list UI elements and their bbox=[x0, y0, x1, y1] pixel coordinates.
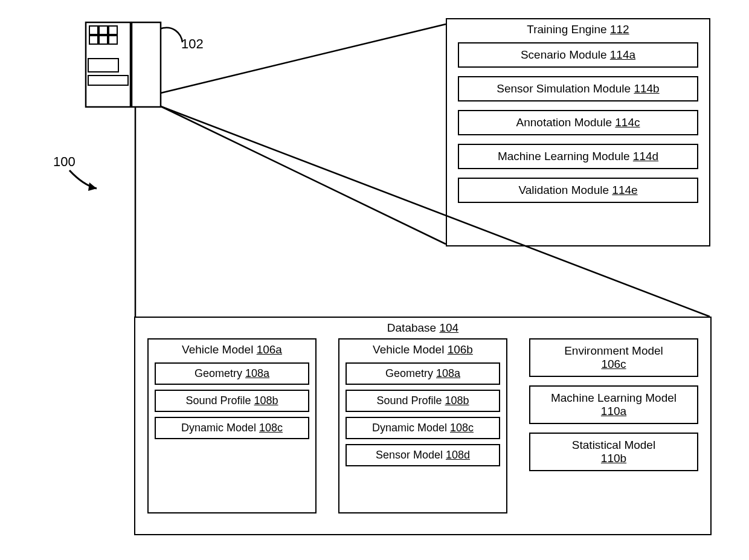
svg-marker-4 bbox=[88, 182, 97, 191]
svg-rect-5 bbox=[132, 22, 161, 107]
item-ref: 108d bbox=[446, 449, 470, 461]
module-ref: 114b bbox=[634, 82, 659, 95]
vehicle-a-title-text: Vehicle Model bbox=[182, 343, 253, 356]
module-sensor-sim: Sensor Simulation Module 114b bbox=[458, 76, 698, 101]
vehicle-a-items: Geometry 108a Sound Profile 108b Dynamic… bbox=[149, 359, 315, 445]
database-title: Database 104 bbox=[135, 318, 710, 335]
module-validation: Validation Module 114e bbox=[458, 178, 698, 203]
module-label: Validation Module bbox=[518, 184, 609, 196]
training-engine-title-text: Training Engine bbox=[527, 23, 606, 36]
item-label: Geometry bbox=[385, 367, 433, 379]
module-annotation: Annotation Module 114c bbox=[458, 110, 698, 135]
vehicle-b-sound: Sound Profile 108b bbox=[346, 390, 500, 412]
item-ref: 108a bbox=[436, 367, 460, 379]
vehicle-model-b: Vehicle Model 106b Geometry 108a Sound P… bbox=[338, 338, 507, 513]
module-ref: 114c bbox=[615, 116, 640, 129]
module-label: Annotation Module bbox=[516, 116, 612, 129]
vehicle-b-geometry: Geometry 108a bbox=[346, 362, 500, 385]
item-label: Sound Profile bbox=[185, 394, 251, 407]
module-ref: 114a bbox=[610, 48, 635, 61]
item-ref: 108b bbox=[445, 394, 469, 407]
training-engine-ref: 112 bbox=[610, 23, 629, 36]
vehicle-a-dynamic: Dynamic Model 108c bbox=[155, 417, 309, 439]
vehicle-a-sound: Sound Profile 108b bbox=[155, 390, 309, 412]
training-engine-modules: Scenario Module 114a Sensor Simulation M… bbox=[447, 36, 709, 213]
vehicle-b-title: Vehicle Model 106b bbox=[339, 340, 506, 359]
computer-icon bbox=[85, 21, 163, 109]
stack-label: Machine Learning Model bbox=[534, 391, 693, 405]
module-ref: 114d bbox=[633, 150, 658, 163]
vehicle-b-title-text: Vehicle Model bbox=[373, 343, 444, 356]
database-col3: Environment Model 106c Machine Learning … bbox=[529, 338, 698, 513]
environment-model: Environment Model 106c bbox=[529, 338, 698, 377]
svg-rect-11 bbox=[99, 36, 108, 44]
item-label: Dynamic Model bbox=[372, 422, 447, 434]
svg-rect-14 bbox=[88, 76, 128, 85]
svg-rect-10 bbox=[89, 36, 98, 44]
stack-label: Environment Model bbox=[534, 344, 693, 358]
svg-rect-7 bbox=[89, 26, 98, 34]
item-label: Dynamic Model bbox=[181, 422, 256, 434]
item-ref: 108b bbox=[254, 394, 278, 407]
stack-label: Statistical Model bbox=[534, 439, 693, 452]
svg-rect-13 bbox=[88, 59, 118, 72]
ml-model: Machine Learning Model 110a bbox=[529, 385, 698, 424]
vehicle-b-dynamic: Dynamic Model 108c bbox=[346, 417, 500, 439]
module-label: Sensor Simulation Module bbox=[497, 82, 631, 95]
statistical-model: Statistical Model 110b bbox=[529, 433, 698, 471]
item-ref: 108c bbox=[259, 422, 283, 434]
module-ml: Machine Learning Module 114d bbox=[458, 144, 698, 169]
computer-ref-102: 102 bbox=[181, 36, 204, 52]
database-columns: Vehicle Model 106a Geometry 108a Sound P… bbox=[135, 335, 710, 523]
vehicle-a-title: Vehicle Model 106a bbox=[149, 340, 315, 359]
svg-rect-9 bbox=[109, 26, 117, 34]
svg-rect-12 bbox=[109, 36, 117, 44]
database-title-text: Database bbox=[387, 321, 436, 334]
stack-ref: 106c bbox=[534, 358, 693, 371]
vehicle-model-a: Vehicle Model 106a Geometry 108a Sound P… bbox=[147, 338, 317, 513]
vehicle-a-ref: 106a bbox=[257, 343, 282, 356]
item-ref: 108c bbox=[450, 422, 474, 434]
item-label: Sensor Model bbox=[376, 449, 443, 461]
stack-ref: 110b bbox=[534, 452, 693, 465]
training-engine-title: Training Engine 112 bbox=[447, 19, 709, 36]
vehicle-a-geometry: Geometry 108a bbox=[155, 362, 309, 385]
module-ref: 114e bbox=[612, 184, 637, 196]
svg-rect-8 bbox=[99, 26, 108, 34]
database-ref: 104 bbox=[439, 321, 458, 334]
svg-line-1 bbox=[161, 106, 446, 244]
module-label: Machine Learning Module bbox=[498, 150, 630, 163]
stack-ref: 110a bbox=[534, 405, 693, 418]
module-scenario: Scenario Module 114a bbox=[458, 42, 698, 68]
vehicle-b-items: Geometry 108a Sound Profile 108b Dynamic… bbox=[339, 359, 506, 472]
module-label: Scenario Module bbox=[521, 48, 607, 61]
svg-line-0 bbox=[161, 24, 446, 93]
item-label: Sound Profile bbox=[376, 394, 442, 407]
item-label: Geometry bbox=[194, 367, 242, 379]
database-box: Database 104 Vehicle Model 106a Geometry… bbox=[134, 317, 712, 535]
item-ref: 108a bbox=[245, 367, 269, 379]
training-engine-box: Training Engine 112 Scenario Module 114a… bbox=[446, 18, 710, 246]
vehicle-b-ref: 106b bbox=[448, 343, 473, 356]
diagram-canvas: 100 102 Training Engine 112 Scenario Mod… bbox=[0, 0, 749, 560]
figure-ref-100: 100 bbox=[53, 154, 76, 170]
vehicle-b-sensor: Sensor Model 108d bbox=[346, 444, 500, 466]
